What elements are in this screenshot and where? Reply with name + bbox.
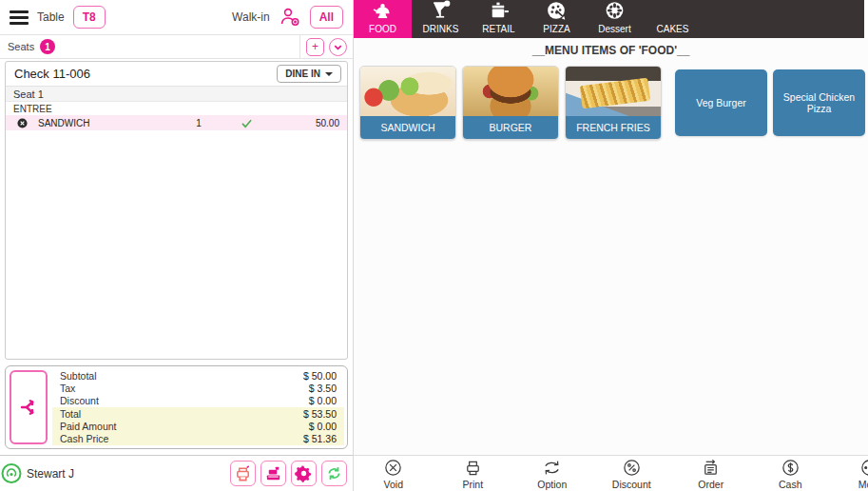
category-label: DRINKS — [423, 24, 459, 34]
order-type-dropdown[interactable]: DINE IN — [277, 65, 341, 83]
menu-item-veg-burger[interactable]: Veg Burger — [675, 69, 767, 136]
order-panel-footer: Stewart J — [0, 455, 353, 491]
discount-button[interactable]: Discount — [592, 456, 672, 491]
summary-label: Total — [52, 408, 81, 420]
menu-item-sandwich[interactable]: SANDWICH — [359, 66, 456, 140]
summary-label: Discount — [52, 395, 99, 406]
cash-register-button[interactable] — [260, 461, 286, 486]
cash-button[interactable]: Cash — [751, 456, 831, 491]
category-tab-food[interactable]: FOOD — [354, 0, 412, 38]
category-label: RETAIL — [482, 24, 514, 34]
totals-summary: Subtotal $ 50.00 Tax $ 3.50 Discount $ 0… — [5, 365, 348, 449]
discount-icon — [622, 458, 642, 478]
item-sent-check-icon — [219, 118, 274, 128]
seats-actions: + — [299, 35, 353, 58]
cash-icon — [781, 458, 800, 478]
refresh-button[interactable] — [321, 461, 347, 486]
order-button[interactable]: Order — [671, 456, 751, 491]
summary-row-tax: Tax $ 3.50 — [52, 382, 344, 394]
summary-value: $ 3.50 — [309, 383, 344, 394]
chevron-down-icon — [333, 42, 343, 52]
menu-item-french-fries[interactable]: FRENCH FRIES — [565, 66, 662, 140]
summary-row-total: Total $ 53.50 — [52, 407, 344, 420]
check-area: Check 11-006 DINE IN Seat 1 ENTREE SANDW… — [5, 61, 348, 360]
category-label: FOOD — [369, 24, 396, 34]
tool-label: Option — [537, 479, 567, 490]
summary-rows: Subtotal $ 50.00 Tax $ 3.50 Discount $ 0… — [52, 369, 344, 445]
printer-icon — [234, 464, 252, 482]
menu-item-label: SANDWICH — [360, 116, 455, 139]
gear-icon — [295, 464, 313, 482]
table-number-button[interactable]: T8 — [73, 6, 106, 29]
order-type-value: DINE IN — [285, 69, 320, 79]
tool-label: Print — [462, 479, 483, 490]
more-button[interactable]: More — [830, 456, 868, 491]
category-label: PIZZA — [543, 24, 569, 34]
category-tab-retail[interactable]: RETAIL — [470, 0, 528, 38]
all-tables-button[interactable]: All — [310, 6, 343, 29]
check-item-row[interactable]: SANDWICH 1 50.00 — [6, 115, 347, 130]
sandwich-photo — [360, 67, 455, 116]
category-tab-dessert[interactable]: Dessert — [586, 0, 644, 38]
menu-item-special-chicken-pizza[interactable]: Special Chicken Pizza — [773, 69, 865, 136]
summary-value: $ 0.00 — [309, 395, 344, 406]
summary-row-subtotal: Subtotal $ 50.00 — [52, 369, 344, 382]
user-name: Stewart J — [27, 467, 74, 481]
more-icon — [859, 458, 868, 478]
menu-item-label: BURGER — [463, 116, 558, 139]
split-check-button[interactable] — [10, 370, 48, 444]
category-tab-drinks[interactable]: DRINKS — [412, 0, 470, 38]
caret-down-icon — [325, 72, 333, 76]
action-toolbar: Void Print Option Discoun — [354, 455, 868, 491]
summary-row-discount: Discount $ 0.00 — [52, 395, 344, 407]
category-label: CAKES — [657, 24, 689, 34]
collapse-seats-button[interactable] — [329, 38, 347, 56]
menu-item-label: FRENCH FRIES — [566, 116, 661, 139]
menu-icon[interactable] — [10, 10, 29, 25]
category-tab-cakes[interactable]: CAKES — [644, 0, 702, 38]
menu-item-burger[interactable]: BURGER — [462, 66, 559, 140]
print-button[interactable]: Print — [434, 456, 513, 491]
broadcast-icon — [0, 462, 24, 485]
kitchen-print-button[interactable] — [230, 461, 256, 486]
french-fries-photo — [566, 67, 661, 116]
logged-in-user[interactable]: Stewart J — [0, 462, 74, 485]
tool-label: Discount — [612, 479, 651, 490]
summary-label: Cash Price — [52, 433, 108, 444]
item-qty: 1 — [179, 118, 219, 128]
option-icon — [542, 458, 562, 478]
walkin-label: Walk-in — [232, 10, 270, 24]
order-panel-header: Table T8 Walk-in All — [0, 0, 353, 35]
walkin-person-add-icon[interactable] — [279, 7, 301, 28]
summary-value: $ 53.50 — [303, 408, 344, 420]
check-empty-space — [6, 130, 347, 359]
summary-row-paid-amount: Paid Amount $ 0.00 — [52, 420, 344, 432]
remove-item-icon[interactable] — [6, 118, 38, 128]
menu-item-grid: SANDWICH BURGER FRENCH FRIES Veg Burger … — [354, 59, 868, 147]
tool-label: Order — [698, 479, 723, 490]
add-seat-button[interactable]: + — [306, 38, 324, 56]
seat-header[interactable]: Seat 1 — [6, 87, 347, 102]
seat-count-badge[interactable]: 1 — [40, 39, 55, 54]
check-number: Check 11-006 — [14, 67, 90, 81]
void-icon — [383, 458, 403, 478]
pot-icon — [487, 0, 511, 22]
course-header: ENTREE — [6, 102, 347, 115]
summary-label: Subtotal — [52, 370, 97, 382]
void-button[interactable]: Void — [354, 456, 434, 491]
settings-button[interactable] — [291, 461, 317, 486]
summary-label: Paid Amount — [52, 421, 117, 432]
option-button[interactable]: Option — [512, 456, 592, 491]
menu-empty-area — [354, 147, 868, 455]
category-tab-pizza[interactable]: PIZZA — [528, 0, 586, 38]
table-label: Table — [37, 10, 65, 24]
split-icon — [18, 397, 39, 418]
print-icon — [463, 458, 483, 478]
cocktail-icon — [429, 0, 453, 22]
cloche-icon — [371, 0, 395, 22]
order-icon — [701, 458, 721, 478]
menu-panel: FOOD DRINKS RETAIL — [354, 0, 868, 491]
summary-value: $ 51.36 — [303, 433, 344, 444]
summary-label: Tax — [52, 383, 75, 394]
category-bar: FOOD DRINKS RETAIL — [354, 0, 868, 38]
